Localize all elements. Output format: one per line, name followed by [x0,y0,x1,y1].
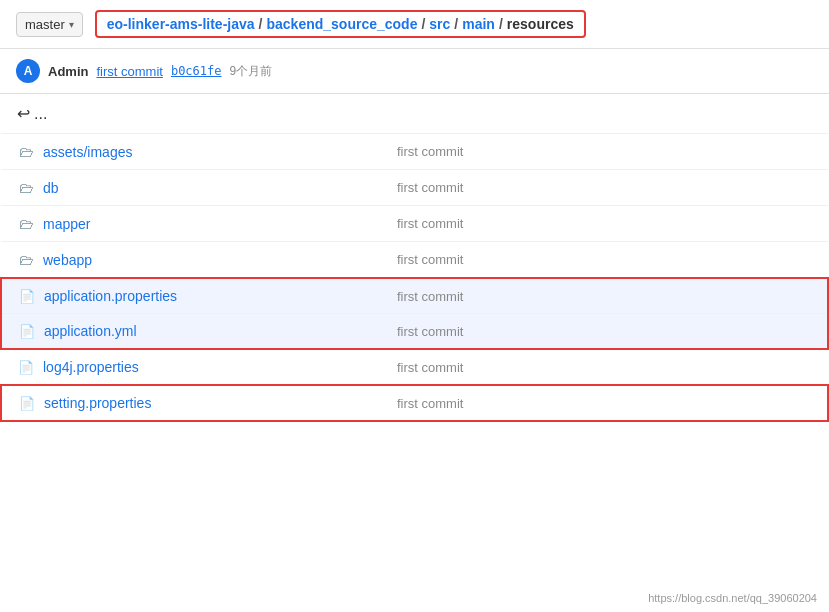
watermark: https://blog.csdn.net/qq_39060204 [648,592,817,604]
file-name-link[interactable]: mapper [43,216,90,232]
folder-icon: 🗁 [17,179,35,196]
main-container: master ▾ eo-linker-ams-lite-java / backe… [0,0,829,612]
back-arrow-icon: ↩ [17,104,30,123]
file-icon: 📄 [17,360,35,375]
file-commit-message: first commit [397,252,463,267]
file-name-link-app-prop[interactable]: application.properties [44,288,177,304]
file-row-application-properties: 📄 application.properties first commit [1,278,828,314]
file-name-link[interactable]: webapp [43,252,92,268]
file-icon: 📄 [18,396,36,411]
commit-author: Admin [48,64,88,79]
breadcrumb-part-1[interactable]: eo-linker-ams-lite-java [107,16,255,32]
file-name-link[interactable]: assets/images [43,144,132,160]
breadcrumb-box: eo-linker-ams-lite-java / backend_source… [95,10,586,38]
commit-info-row: A Admin first commit b0c61fe 9个月前 [0,49,829,94]
file-section: ↩ ... 🗁 assets/images first commit [0,94,829,422]
breadcrumb-current: resources [507,16,574,32]
commit-time: 9个月前 [229,63,272,80]
top-bar: master ▾ eo-linker-ams-lite-java / backe… [0,0,829,49]
avatar: A [16,59,40,83]
file-commit-message: first commit [397,216,463,231]
file-row: 🗁 assets/images first commit [1,134,828,170]
breadcrumb-sep-3: / [454,16,458,32]
breadcrumb-part-3[interactable]: src [429,16,450,32]
file-row: 🗁 mapper first commit [1,206,828,242]
file-name-link-app-yml[interactable]: application.yml [44,323,137,339]
branch-label: master [25,17,65,32]
file-row-setting-properties: 📄 setting.properties first commit [1,385,828,421]
file-commit-message: first commit [397,289,463,304]
branch-selector[interactable]: master ▾ [16,12,83,37]
file-row: 🗁 webapp first commit [1,242,828,279]
file-commit-message: first commit [397,396,463,411]
breadcrumb-part-2[interactable]: backend_source_code [266,16,417,32]
file-commit-message: first commit [397,360,463,375]
file-icon: 📄 [18,324,36,339]
file-commit-message: first commit [397,180,463,195]
file-commit-message: first commit [397,324,463,339]
file-table: ↩ ... 🗁 assets/images first commit [0,94,829,422]
file-row-application-yml: 📄 application.yml first commit [1,314,828,350]
commit-message-link[interactable]: first commit [96,64,162,79]
folder-icon: 🗁 [17,143,35,160]
breadcrumb-sep-1: / [259,16,263,32]
back-link[interactable]: ↩ ... [17,104,47,123]
folder-icon: 🗁 [17,251,35,268]
back-dots: ... [34,105,47,123]
commit-hash-link[interactable]: b0c61fe [171,64,222,78]
branch-chevron: ▾ [69,19,74,30]
back-navigation-row: ↩ ... [1,94,828,134]
file-row: 📄 log4j.properties first commit [1,349,828,385]
breadcrumb-sep-4: / [499,16,503,32]
file-name-link[interactable]: db [43,180,59,196]
file-row: 🗁 db first commit [1,170,828,206]
file-icon: 📄 [18,289,36,304]
file-commit-message: first commit [397,144,463,159]
folder-icon: 🗁 [17,215,35,232]
breadcrumb-sep-2: / [421,16,425,32]
file-name-link-log4j[interactable]: log4j.properties [43,359,139,375]
breadcrumb-part-4[interactable]: main [462,16,495,32]
file-name-link-setting[interactable]: setting.properties [44,395,151,411]
